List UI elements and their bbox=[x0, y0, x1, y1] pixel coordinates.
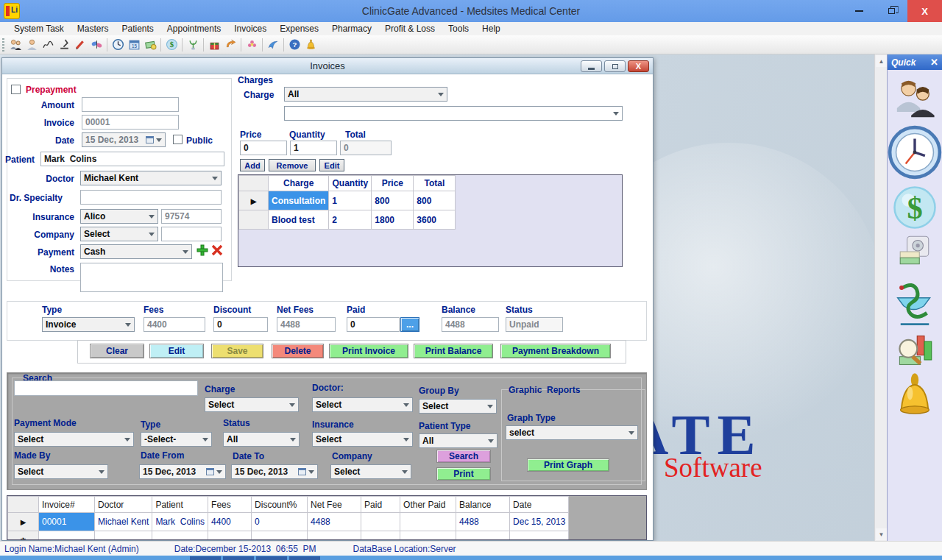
menu-expenses[interactable]: Expenses bbox=[273, 24, 325, 34]
insurance-select[interactable]: Alico bbox=[80, 209, 158, 224]
group-by-select[interactable]: Select bbox=[419, 399, 497, 414]
invoices-close-button[interactable]: X bbox=[628, 60, 649, 72]
quick-close-icon[interactable]: ✕ bbox=[930, 57, 938, 68]
cash-icon[interactable] bbox=[142, 37, 158, 53]
date-to-picker[interactable]: 15 Dec, 2013 bbox=[231, 464, 318, 479]
pen-icon[interactable] bbox=[72, 37, 88, 53]
print-balance-button[interactable]: Print Balance bbox=[414, 344, 493, 358]
pharmacy-icon[interactable] bbox=[890, 280, 939, 331]
payment-mode-select[interactable]: Select bbox=[14, 432, 134, 447]
type-select[interactable]: Invoice bbox=[42, 317, 135, 332]
signature-icon[interactable] bbox=[40, 37, 56, 53]
search-doctor-select[interactable]: Select bbox=[312, 397, 413, 412]
results-row[interactable]: ▶ 00001 Michael Kent Mark Colins 4400 0 … bbox=[8, 513, 569, 531]
print-graph-button[interactable]: Print Graph bbox=[527, 458, 609, 472]
dollar-icon[interactable]: $ bbox=[893, 185, 937, 233]
scroll-down-icon[interactable]: ▼ bbox=[876, 528, 887, 540]
print-invoice-button[interactable]: Print Invoice bbox=[329, 344, 408, 358]
line-total-field[interactable] bbox=[340, 141, 392, 155]
menu-masters[interactable]: Masters bbox=[71, 24, 116, 34]
edit-button[interactable]: Edit bbox=[149, 344, 204, 358]
minimize-button[interactable] bbox=[843, 0, 875, 22]
charge-detail-select[interactable] bbox=[284, 106, 623, 121]
edit-charge-button[interactable]: Edit bbox=[319, 159, 344, 171]
print-button[interactable]: Print bbox=[436, 467, 491, 481]
scroll-up-icon[interactable]: ▲ bbox=[876, 55, 887, 67]
made-by-select[interactable]: Select bbox=[14, 464, 108, 479]
add-charge-button[interactable]: Add bbox=[240, 159, 265, 171]
user-icon[interactable] bbox=[24, 37, 40, 53]
invoice-number-field[interactable] bbox=[82, 115, 179, 130]
flower-icon[interactable] bbox=[244, 37, 260, 53]
insurance-number-field[interactable] bbox=[161, 209, 222, 224]
status-field[interactable] bbox=[506, 317, 563, 332]
fees-field[interactable] bbox=[144, 317, 205, 332]
search-input[interactable] bbox=[14, 380, 198, 396]
search-status-select[interactable]: All bbox=[223, 432, 300, 447]
blue-swoosh-icon[interactable] bbox=[265, 37, 281, 53]
calendar-icon[interactable]: 15 bbox=[126, 37, 142, 53]
dollar-icon[interactable]: $ bbox=[163, 37, 180, 53]
patients-icon[interactable] bbox=[893, 78, 936, 124]
vertical-scrollbar[interactable]: ▲ ▼ bbox=[874, 54, 887, 541]
butterfly-icon[interactable] bbox=[88, 37, 105, 53]
charges-grid-row[interactable]: Blood test 2 1800 3600 bbox=[239, 210, 456, 230]
remove-charge-button[interactable]: Remove bbox=[269, 159, 316, 171]
menu-appointments[interactable]: Appointments bbox=[160, 24, 227, 34]
doctor-select[interactable]: Michael Kent bbox=[80, 171, 222, 185]
gift-icon[interactable] bbox=[206, 37, 222, 53]
discount-field[interactable] bbox=[213, 317, 268, 332]
restore-button[interactable] bbox=[875, 0, 907, 22]
clock-icon[interactable] bbox=[110, 37, 126, 53]
charges-grid-row[interactable]: ▶ Consultation 1 800 800 bbox=[239, 191, 456, 210]
orange-swoosh-icon[interactable] bbox=[222, 37, 238, 53]
search-insurance-select[interactable]: Select bbox=[312, 432, 413, 447]
menu-help[interactable]: Help bbox=[475, 24, 507, 34]
microscope-icon[interactable] bbox=[56, 37, 72, 53]
help-icon[interactable]: ? bbox=[286, 37, 302, 53]
delete-payment-icon[interactable] bbox=[211, 244, 223, 259]
menu-system-task[interactable]: System Task bbox=[7, 24, 71, 34]
patient-field[interactable] bbox=[40, 152, 224, 166]
net-fees-field[interactable] bbox=[277, 317, 336, 332]
specialty-field[interactable] bbox=[80, 190, 222, 205]
two-users-icon[interactable] bbox=[7, 37, 24, 53]
charge-select[interactable]: All bbox=[284, 87, 447, 102]
close-button[interactable]: X bbox=[907, 0, 942, 22]
graph-type-select[interactable]: select bbox=[506, 425, 638, 440]
menu-profit-loss[interactable]: Profit & Loss bbox=[378, 24, 442, 34]
menu-patients[interactable]: Patients bbox=[116, 24, 160, 34]
quantity-field[interactable] bbox=[290, 141, 337, 155]
clear-button[interactable]: Clear bbox=[90, 344, 144, 358]
search-company-select[interactable]: Select bbox=[330, 464, 411, 479]
menu-invoices[interactable]: Invoices bbox=[227, 24, 273, 34]
date-from-picker[interactable]: 15 Dec, 2013 bbox=[139, 464, 226, 479]
clock-icon[interactable] bbox=[888, 125, 942, 182]
date-picker[interactable]: 15 Dec, 2013 bbox=[82, 132, 166, 147]
search-charge-select[interactable]: Select bbox=[205, 397, 299, 412]
invoices-maximize-button[interactable] bbox=[604, 60, 626, 72]
invoices-minimize-button[interactable] bbox=[581, 60, 602, 72]
bell-icon[interactable] bbox=[892, 372, 938, 421]
paid-browse-button[interactable]: ... bbox=[400, 317, 419, 332]
results-new-row[interactable]: ✱ bbox=[8, 531, 569, 541]
public-checkbox[interactable] bbox=[173, 135, 183, 144]
cash-drawer-icon[interactable] bbox=[896, 233, 933, 272]
payment-breakdown-button[interactable]: Payment Breakdown bbox=[500, 344, 611, 358]
bell-icon[interactable] bbox=[302, 37, 319, 53]
menu-pharmacy[interactable]: Pharmacy bbox=[325, 24, 378, 34]
amount-field[interactable] bbox=[82, 97, 179, 112]
search-type-select[interactable]: -Select- bbox=[141, 432, 212, 447]
save-button[interactable]: Save bbox=[211, 344, 263, 358]
patient-type-select[interactable]: All bbox=[419, 433, 497, 448]
plant-icon[interactable] bbox=[185, 37, 201, 53]
prepayment-checkbox[interactable] bbox=[11, 85, 21, 94]
notes-field[interactable] bbox=[80, 263, 223, 292]
company-number-field[interactable] bbox=[161, 227, 222, 241]
menu-tools[interactable]: Tools bbox=[442, 24, 475, 34]
payment-select[interactable]: Cash bbox=[80, 244, 192, 259]
price-field[interactable] bbox=[240, 141, 287, 155]
company-select[interactable]: Select bbox=[80, 227, 158, 241]
report-analysis-icon[interactable] bbox=[896, 331, 934, 372]
balance-field[interactable] bbox=[442, 317, 499, 332]
